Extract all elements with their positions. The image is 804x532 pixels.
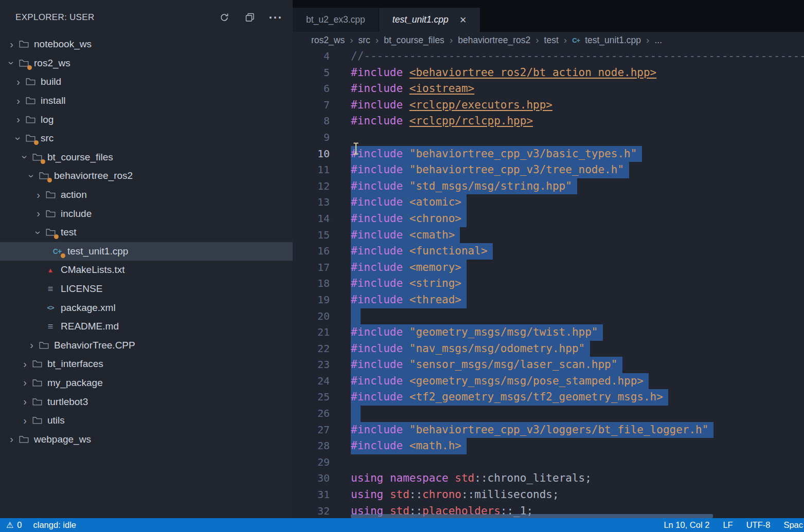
chevron-right-icon: › (14, 114, 23, 125)
tree-item-CMakeLists.txt[interactable]: ›▲CMakeLists.txt (0, 261, 293, 280)
code-line-6[interactable]: 6#include <iostream> (293, 81, 804, 97)
code-line-28[interactable]: 28#include <math.h> (293, 438, 804, 454)
tree-item-label: test_unit1.cpp (67, 246, 128, 257)
tree-item-notebook_ws[interactable]: ›notebook_ws (0, 35, 293, 54)
chevron-right-icon: › (21, 415, 29, 427)
indentation-indicator[interactable]: Spac (783, 520, 803, 530)
code-line-30[interactable]: 30using namespace std::chrono_literals; (293, 470, 804, 487)
tree-item-label: install (41, 95, 66, 106)
tree-item-src[interactable]: ›src (0, 129, 293, 148)
code-line-15[interactable]: 15#include <cmath> (293, 227, 804, 244)
problems-indicator[interactable]: ⚠ 0 (6, 520, 22, 530)
code-line-5[interactable]: 5#include <behaviortree_ros2/bt_action_n… (293, 65, 804, 81)
code-line-21[interactable]: 21#include "geometry_msgs/msg/twist.hpp" (293, 324, 804, 341)
code-line-16[interactable]: 16#include <functional> (293, 243, 804, 260)
code-line-26[interactable]: 26 (293, 406, 804, 422)
cpp-file-icon: C+ (572, 36, 580, 44)
collapse-all-icon[interactable] (243, 11, 257, 24)
code-line-18[interactable]: 18#include <string> (293, 276, 804, 292)
code-line-9[interactable]: 9 (293, 130, 804, 146)
modified-dot (47, 178, 52, 182)
tab-test_unit1.cpp[interactable]: test_unit1.cpp × (379, 8, 480, 32)
tree-item-utils[interactable]: ›utils (0, 411, 293, 430)
breadcrumb-more[interactable]: ... (654, 35, 662, 46)
tree-item-turtlebot3[interactable]: ›turtlebot3 (0, 392, 293, 411)
tree-item-behaviortree_ros2[interactable]: ›behaviortree_ros2 (0, 167, 293, 186)
more-actions-icon[interactable]: ··· (269, 11, 282, 24)
tree-item-ros2_ws[interactable]: ›ros2_ws (0, 54, 293, 73)
code-line-27[interactable]: 27#include "behaviortree_cpp_v3/loggers/… (293, 422, 804, 438)
horizontal-scrollbar[interactable] (351, 514, 713, 518)
code-line-23[interactable]: 23#include "sensor_msgs/msg/laser_scan.h… (293, 357, 804, 373)
tree-item-BehaviorTree.CPP[interactable]: ›BehaviorTree.CPP (0, 336, 293, 355)
breadcrumb-item-bt_course_files[interactable]: bt_course_files (384, 35, 444, 46)
tree-item-test[interactable]: ›test (0, 223, 293, 242)
tree-item-bt_course_files[interactable]: ›bt_course_files (0, 148, 293, 167)
close-icon[interactable]: × (460, 14, 467, 26)
code-line-10[interactable]: 10#include "behaviortree_cpp_v3/basic_ty… (293, 146, 804, 162)
cursor-position[interactable]: Ln 10, Col 2 (664, 520, 709, 530)
tree-item-label: LICENSE (61, 283, 102, 295)
encoding-indicator[interactable]: UTF-8 (746, 520, 771, 530)
breadcrumb-item-src[interactable]: src (359, 35, 370, 46)
line-number: 7 (293, 97, 330, 114)
tree-item-webpage_ws[interactable]: ›webpage_ws (0, 430, 293, 449)
chevron-right-icon: › (350, 34, 353, 46)
tree-item-bt_interfaces[interactable]: ›bt_interfaces (0, 355, 293, 374)
folder-icon (25, 134, 36, 143)
code-text: #include <iostream> (351, 81, 474, 97)
breadcrumb-item-test_unit1.cpp[interactable]: test_unit1.cpp (585, 35, 641, 46)
code-line-24[interactable]: 24#include <geometry_msgs/msg/pose_stamp… (293, 373, 804, 390)
modified-dot (41, 159, 45, 164)
tree-item-test_unit1.cpp[interactable]: ›C+test_unit1.cpp (0, 242, 293, 261)
breadcrumb-item-test[interactable]: test (544, 35, 559, 46)
code-line-20[interactable]: 20 (293, 308, 804, 325)
tab-label: bt_u2_ex3.cpp (306, 14, 365, 25)
tab-bt_u2_ex3.cpp[interactable]: bt_u2_ex3.cpp (293, 8, 379, 32)
code-line-19[interactable]: 19#include <thread> (293, 292, 804, 308)
file-tree: ›notebook_ws›ros2_ws›build›install›log›s… (0, 35, 293, 449)
editor-area: bt_u2_ex3.cpp test_unit1.cpp × ros2_ws ›… (293, 0, 804, 518)
tree-item-label: package.xml (61, 302, 116, 314)
code-line-14[interactable]: 14#include <chrono> (293, 211, 804, 227)
code-line-7[interactable]: 7#include <rclcpp/executors.hpp> (293, 97, 804, 114)
line-number: 13 (293, 194, 330, 211)
code-text: #include "behaviortree_cpp_v3/tree_node.… (351, 162, 629, 178)
refresh-icon[interactable] (218, 11, 231, 24)
cmake-file-icon: ▲ (45, 265, 56, 274)
code-line-31[interactable]: 31using std::chrono::milliseconds; (293, 487, 804, 503)
code-line-11[interactable]: 11#include "behaviortree_cpp_v3/tree_nod… (293, 162, 804, 178)
code-line-4[interactable]: 4//-------------------------------------… (293, 48, 804, 65)
code-line-12[interactable]: 12#include "std_msgs/msg/string.hpp" (293, 178, 804, 195)
tree-item-install[interactable]: ›install (0, 91, 293, 111)
code-line-22[interactable]: 22#include "nav_msgs/msg/odometry.hpp" (293, 341, 804, 357)
warning-icon: ⚠ (6, 520, 13, 530)
tree-item-my_package[interactable]: ›my_package (0, 374, 293, 393)
clangd-status[interactable]: clangd: idle (33, 520, 76, 530)
code-text: #include <memory> (351, 260, 467, 276)
tree-item-README.md[interactable]: ›≡README.md (0, 317, 293, 336)
tree-item-package.xml[interactable]: ›<>package.xml (0, 298, 293, 317)
tree-item-LICENSE[interactable]: ›≡LICENSE (0, 280, 293, 299)
tree-item-label: log (41, 114, 53, 125)
tree-item-include[interactable]: ›include (0, 204, 293, 223)
eol-indicator[interactable]: LF (723, 520, 732, 530)
folder-icon (31, 416, 43, 425)
tree-item-log[interactable]: ›log (0, 110, 293, 129)
breadcrumb-item-behaviortree_ros2[interactable]: behaviortree_ros2 (458, 35, 530, 46)
breadcrumb-item-ros2_ws[interactable]: ros2_ws (311, 35, 345, 46)
code-area[interactable]: 4//-------------------------------------… (293, 48, 804, 518)
code-text: #include <functional> (351, 243, 493, 260)
chevron-down-icon: › (26, 172, 38, 180)
code-line-17[interactable]: 17#include <memory> (293, 260, 804, 276)
tree-item-build[interactable]: ›build (0, 72, 293, 91)
tree-item-action[interactable]: ›action (0, 186, 293, 205)
code-line-8[interactable]: 8#include <rclcpp/rclcpp.hpp> (293, 113, 804, 130)
modified-dot (61, 253, 65, 258)
code-line-29[interactable]: 29 (293, 454, 804, 471)
chevron-right-icon: › (21, 377, 29, 389)
code-line-13[interactable]: 13#include <atomic> (293, 194, 804, 211)
code-text: #include <rclcpp/rclcpp.hpp> (351, 113, 533, 130)
code-line-25[interactable]: 25#include <tf2_geometry_msgs/tf2_geomet… (293, 389, 804, 406)
code-text: #include "geometry_msgs/msg/twist.hpp" (351, 324, 603, 341)
